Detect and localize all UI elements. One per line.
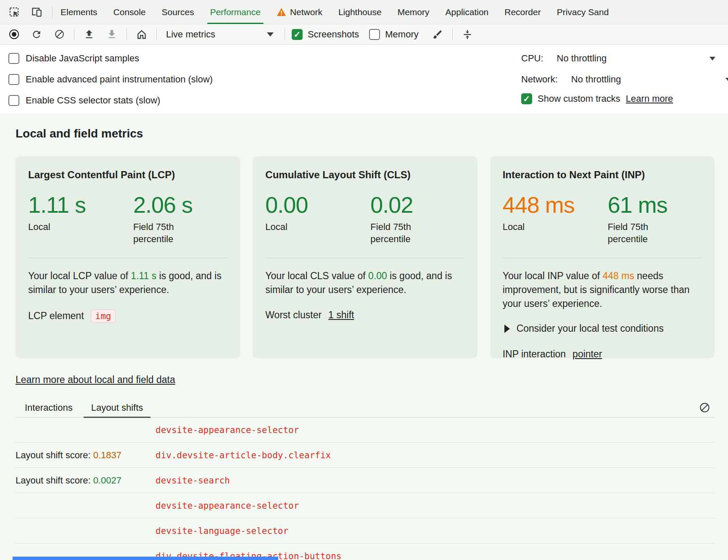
tab-privacy-sandbox[interactable]: Privacy Sand (549, 0, 617, 24)
field-label: Field 75th percentile (608, 221, 688, 245)
lcp-element-link[interactable]: img (91, 309, 116, 323)
chevron-down-icon (710, 57, 715, 61)
shift-element-link[interactable]: devsite-appearance-selector (156, 501, 299, 511)
shift-score: 0.0027 (93, 475, 121, 486)
checkbox-unchecked-icon (369, 29, 380, 40)
local-test-conditions-disclosure[interactable]: Consider your local test conditions (503, 323, 702, 334)
tab-elements[interactable]: Elements (53, 0, 106, 24)
learn-more-field-data-link[interactable]: Learn more about local and field data (16, 374, 175, 386)
collapse-icon[interactable] (459, 26, 475, 42)
cls-local-value: 0.00 (265, 193, 370, 216)
card-title: Interaction to Next Paint (INP) (503, 169, 702, 181)
device-toolbar-icon[interactable] (29, 4, 45, 20)
local-label: Local (265, 221, 370, 233)
section-title: Local and field metrics (16, 127, 715, 140)
tab-interactions[interactable]: Interactions (16, 398, 82, 417)
checkbox-label: Disable JavaScript samples (26, 53, 139, 64)
warning-icon (277, 8, 286, 16)
clear-icon[interactable] (51, 26, 67, 42)
reload-and-record-icon[interactable] (29, 26, 45, 42)
shift-element-link[interactable]: devsite-language-selector (156, 526, 288, 536)
layout-shift-row[interactable]: devsite-appearance-selector (16, 493, 715, 518)
lcp-summary: Your local LCP value of 1.11 s is good, … (28, 269, 227, 296)
memory-checkbox[interactable]: Memory (369, 29, 418, 40)
inp-interaction-link[interactable]: pointer (572, 349, 602, 360)
layout-shift-row[interactable]: devsite-language-selector (16, 518, 715, 544)
divider (156, 29, 157, 40)
cls-field-value: 0.02 (370, 193, 450, 216)
divider (28, 258, 227, 258)
worst-cluster-label: Worst cluster (265, 309, 322, 321)
home-icon[interactable] (134, 26, 150, 42)
garbage-collect-icon[interactable] (430, 26, 446, 42)
panel-mode-value: Live metrics (166, 29, 215, 40)
field-label: Field 75th percentile (370, 221, 450, 245)
checkbox-unchecked-icon[interactable] (8, 53, 19, 64)
checkbox-unchecked-icon[interactable] (8, 74, 19, 85)
shift-element-link[interactable]: devsite-appearance-selector (156, 425, 299, 435)
divider (127, 29, 127, 40)
lcp-element-label: LCP element (28, 310, 84, 322)
network-label: Network: (521, 74, 558, 85)
local-label: Local (503, 221, 608, 233)
tab-performance[interactable]: Performance (202, 0, 269, 24)
cpu-label: CPU: (521, 53, 543, 64)
tab-recorder[interactable]: Recorder (496, 0, 549, 24)
checkbox-checked-icon[interactable] (521, 93, 532, 104)
layout-shift-row[interactable]: Layout shift score: 0.1837 div.devsite-a… (16, 443, 715, 468)
shifts-log: Interactions Layout shifts devsite-appea… (16, 398, 715, 560)
tab-console[interactable]: Console (106, 0, 154, 24)
cls-card: Cumulative Layout Shift (CLS) 0.00 Local… (253, 156, 477, 358)
clear-log-icon[interactable] (699, 402, 710, 413)
layout-shift-row[interactable]: Layout shift score: 0.0027 devsite-searc… (16, 468, 715, 493)
custom-tracks-label: Show custom tracks (538, 93, 620, 104)
record-button[interactable] (6, 26, 22, 42)
load-profile-icon[interactable] (81, 26, 97, 42)
tab-application[interactable]: Application (438, 0, 497, 24)
live-metrics-panel: Local and field metrics Largest Contentf… (0, 114, 728, 560)
performance-toolbar: Live metrics Screenshots Memory (0, 24, 728, 45)
divider (503, 258, 702, 258)
checkbox-unchecked-icon[interactable] (8, 95, 19, 106)
shift-element-link[interactable]: div.devsite-article-body.clearfix (156, 450, 331, 460)
card-title: Cumulative Layout Shift (CLS) (265, 169, 464, 181)
lcp-card: Largest Contentful Paint (LCP) 1.11 s Lo… (16, 156, 240, 358)
inp-summary: Your local INP value of 448 ms needs imp… (503, 269, 702, 310)
checkbox-label: Enable CSS selector stats (slow) (26, 95, 160, 106)
tab-lighthouse[interactable]: Lighthouse (330, 0, 390, 24)
worst-cluster-link[interactable]: 1 shift (328, 309, 354, 321)
inspect-element-icon[interactable] (6, 4, 22, 20)
triangle-right-icon (504, 325, 510, 333)
card-title: Largest Contentful Paint (LCP) (28, 169, 227, 181)
layout-shift-row[interactable]: devsite-appearance-selector (16, 417, 715, 443)
cls-summary: Your local CLS value of 0.00 is good, an… (265, 269, 464, 296)
network-value: No throttling (571, 74, 621, 85)
inp-field-value: 61 ms (608, 193, 688, 216)
divider (74, 29, 74, 40)
cpu-value: No throttling (557, 53, 607, 64)
panel-mode-select[interactable]: Live metrics (164, 27, 278, 42)
tab-memory[interactable]: Memory (390, 0, 438, 24)
tab-sources[interactable]: Sources (154, 0, 202, 24)
screenshots-checkbox[interactable]: Screenshots (292, 29, 359, 40)
inp-local-value: 448 ms (503, 193, 608, 216)
tab-network[interactable]: Network (269, 0, 330, 24)
chevron-down-icon (267, 32, 274, 37)
lcp-local-value: 1.11 s (28, 193, 133, 216)
cpu-throttling-select[interactable]: CPU: No throttling (521, 52, 715, 65)
shift-element-link[interactable]: devsite-search (156, 475, 230, 486)
chevron-down-icon (725, 78, 728, 82)
metric-cards: Largest Contentful Paint (LCP) 1.11 s Lo… (16, 156, 715, 358)
network-throttling-select[interactable]: Network: No throttling (521, 73, 728, 86)
local-label: Local (28, 221, 133, 233)
tab-layout-shifts[interactable]: Layout shifts (82, 398, 153, 417)
save-profile-icon[interactable] (104, 26, 120, 42)
shift-score: 0.1837 (93, 450, 121, 460)
inp-card: Interaction to Next Paint (INP) 448 ms L… (490, 156, 715, 358)
bottom-blue-strip (13, 557, 278, 560)
checkbox-label: Enable advanced paint instrumentation (s… (26, 74, 213, 85)
performance-settings: Disable JavaScript samples Enable advanc… (0, 45, 728, 114)
divider (452, 29, 453, 40)
learn-more-link[interactable]: Learn more (626, 93, 673, 104)
show-custom-tracks-row: Show custom tracks Learn more (521, 93, 673, 104)
